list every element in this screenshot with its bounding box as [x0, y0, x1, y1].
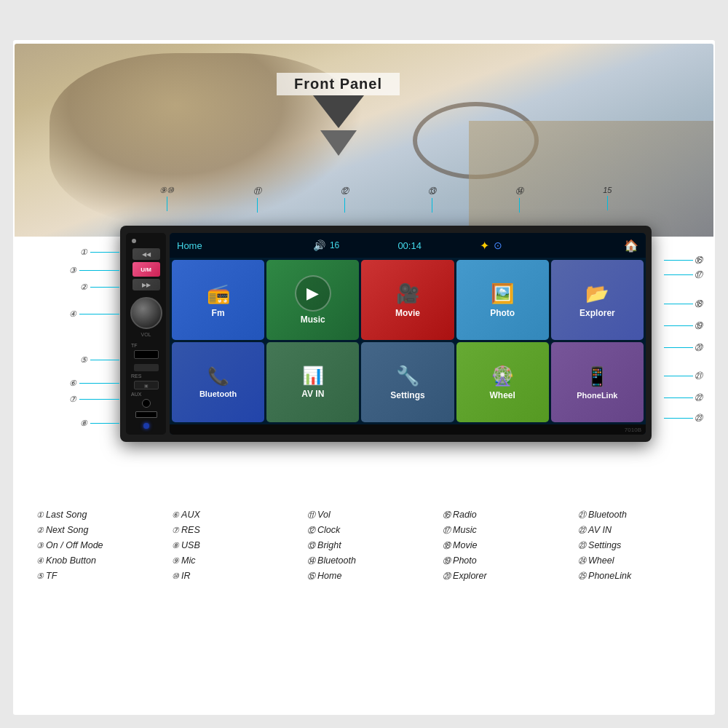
legend-text-2: Next Song: [46, 525, 88, 535]
legend-item-17: ⑰ Music: [443, 525, 571, 536]
callout-23: ㉓: [664, 414, 703, 422]
legend-text-18: Movie: [453, 540, 477, 550]
legend-num-23: ㉓: [578, 541, 588, 550]
app-phonelink[interactable]: 📱 PhoneLink: [551, 342, 644, 422]
legend-text-21: Bluetooth: [588, 510, 627, 520]
legend-num-15: ⑮: [307, 571, 317, 580]
legend-num-12: ⑫: [307, 526, 317, 534]
legend-num-21: ㉑: [578, 510, 588, 519]
legend-text-17: Music: [453, 525, 477, 535]
aux-port[interactable]: [142, 399, 151, 408]
front-panel-title: Front Panel: [277, 73, 400, 95]
callout-20: ⑳: [664, 342, 703, 353]
music-label: Music: [301, 314, 325, 325]
avin-label: AV IN: [301, 389, 324, 399]
bluetooth-icon: 📞: [207, 366, 229, 387]
home-icon: 🏠: [507, 239, 638, 253]
legend-section: ① Last Song ⑥ AUX ⑪ Vol ⑯ Radio ㉑ Blueto…: [36, 510, 706, 582]
callout-15: 15: [603, 186, 612, 213]
avin-icon: 📊: [302, 365, 324, 386]
legend-text-9: Mic: [181, 555, 195, 566]
tf-slot[interactable]: [134, 350, 159, 359]
app-explorer[interactable]: 📂 Explorer: [551, 260, 644, 340]
callout-8: ⑧: [80, 419, 119, 428]
legend-text-20: Explorer: [453, 571, 487, 581]
app-music[interactable]: ▶ Music: [266, 260, 359, 340]
legend-item-5: ⑤ TF: [36, 571, 165, 582]
legend-text-12: Clock: [317, 525, 340, 535]
callout-17: ⑰: [664, 269, 703, 280]
legend-num-7: ⑦: [172, 526, 181, 534]
legend-num-10: ⑩: [172, 571, 181, 580]
legend-text-8: USB: [181, 540, 200, 550]
callout-2: ②: [80, 282, 119, 292]
legend-item-20: ⑳ Explorer: [443, 571, 571, 582]
photo-label: Photo: [490, 308, 515, 318]
legend-text-1: Last Song: [46, 510, 87, 520]
legend-num-9: ⑨: [172, 556, 181, 565]
fm-label: Fm: [212, 308, 225, 318]
model-bar: 7010B: [170, 424, 646, 435]
legend-num-20: ⑳: [443, 571, 453, 580]
explorer-icon: 📂: [585, 282, 609, 305]
legend-item-2: ② Next Song: [36, 525, 165, 536]
small-button-1[interactable]: [134, 364, 159, 371]
on-off-button[interactable]: U/M: [132, 262, 160, 277]
legend-item-18: ⑱ Movie: [443, 540, 571, 551]
legend-num-22: ㉒: [578, 526, 588, 534]
music-icon: ▶: [295, 275, 331, 312]
legend-num-13: ⑬: [307, 541, 317, 550]
app-movie[interactable]: 🎥 Movie: [361, 260, 454, 340]
prev-song-button[interactable]: ◀◀: [132, 248, 160, 260]
callout-14: ⑭: [515, 186, 523, 213]
legend-item-4: ④ Knob Button: [36, 555, 165, 566]
legend-text-10: IR: [181, 571, 191, 581]
legend-text-19: Photo: [453, 555, 477, 566]
callout-6: ⑥: [69, 379, 119, 388]
legend-text-6: AUX: [181, 510, 200, 520]
legend-text-3: On / Off Mode: [46, 540, 103, 550]
status-bar: Home 🔊 16 00:14 ✦ ⊙ 🏠: [170, 233, 646, 258]
legend-text-23: Settings: [588, 540, 621, 550]
photo-icon: 🖼️: [491, 282, 514, 305]
legend-item-25: ㉕ PhoneLink: [578, 571, 706, 582]
vol-icon: 🔊: [313, 240, 325, 251]
legend-text-7: RES: [181, 525, 200, 535]
legend-text-11: Vol: [317, 510, 331, 520]
legend-num-25: ㉕: [578, 571, 588, 580]
app-fm[interactable]: 📻 Fm: [172, 260, 264, 340]
triangle-pointer-1: [313, 95, 364, 128]
callout-21: ㉑: [664, 371, 703, 380]
usb-port[interactable]: [135, 411, 157, 418]
home-label: Home: [177, 240, 309, 251]
app-avin[interactable]: 📊 AV IN: [266, 342, 359, 422]
res-button[interactable]: ▣: [134, 381, 159, 389]
movie-label: Movie: [395, 308, 420, 318]
legend-item-19: ⑲ Photo: [443, 555, 571, 566]
bluetooth-label: Bluetooth: [199, 389, 237, 398]
tf-label: TF: [131, 343, 138, 348]
legend-num-6: ⑥: [172, 510, 181, 519]
legend-item-9: ⑨ Mic: [172, 555, 300, 566]
settings-label: Settings: [390, 390, 424, 400]
legend-item-22: ㉒ AV IN: [578, 525, 706, 536]
next-song-button[interactable]: ▶▶: [132, 279, 160, 290]
callout-9-10: ⑨⑩: [159, 186, 174, 213]
app-bluetooth[interactable]: 📞 Bluetooth: [172, 342, 264, 422]
main-screen: Home 🔊 16 00:14 ✦ ⊙ 🏠 📻 Fm: [170, 233, 646, 435]
front-panel-header: Front Panel: [277, 73, 400, 156]
legend-num-17: ⑰: [443, 526, 453, 534]
wheel-icon: 🎡: [491, 365, 514, 387]
callout-16: ⑯: [664, 255, 703, 266]
app-wheel[interactable]: 🎡 Wheel: [456, 342, 549, 422]
app-settings[interactable]: 🔧 Settings: [361, 342, 454, 422]
brightness-icon: ✦: [480, 239, 489, 253]
volume-knob[interactable]: VOL: [130, 297, 162, 329]
legend-text-25: PhoneLink: [588, 571, 631, 581]
app-photo[interactable]: 🖼️ Photo: [456, 260, 549, 340]
wheel-label: Wheel: [490, 390, 515, 400]
legend-item-7: ⑦ RES: [172, 525, 300, 536]
callout-13: ⑬: [428, 186, 436, 213]
legend-item-3: ③ On / Off Mode: [36, 540, 165, 551]
legend-text-13: Bright: [317, 540, 341, 550]
